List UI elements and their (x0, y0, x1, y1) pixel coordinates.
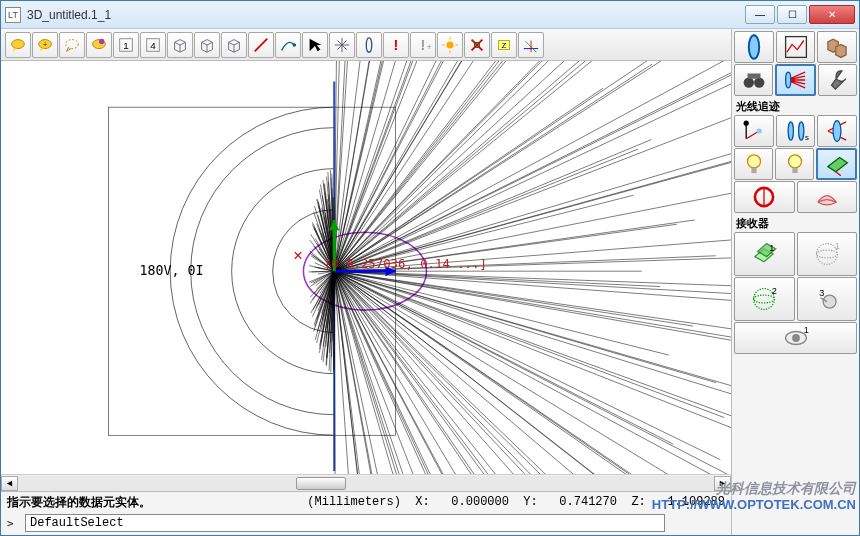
svg-point-269 (833, 121, 841, 142)
status-bar: 指示要选择的数据元实体。 (Millimeters) X: 0.000000 Y… (1, 491, 731, 535)
command-prompt-icon: > (7, 517, 19, 530)
maximize-button[interactable]: ☐ (777, 5, 807, 24)
scroll-right-arrow[interactable]: ► (714, 476, 731, 491)
svg-rect-258 (785, 37, 806, 58)
titlebar[interactable]: LT 3D_untitled.1_1 — ☐ ✕ (1, 1, 859, 29)
svg-text:1: 1 (123, 39, 129, 50)
svg-line-59 (334, 271, 613, 474)
lens-button[interactable] (356, 32, 382, 58)
app-window: LT 3D_untitled.1_1 — ☐ ✕ +14!!+Z ×180V, … (0, 0, 860, 536)
svg-text:×: × (293, 246, 303, 264)
svg-rect-271 (751, 168, 756, 173)
svg-line-55 (334, 271, 613, 474)
boxes-button[interactable] (817, 31, 857, 63)
sys2-button[interactable]: seq (776, 115, 816, 147)
svg-point-260 (754, 77, 764, 87)
speech1-button[interactable] (5, 32, 31, 58)
speech2-button[interactable]: + (32, 32, 58, 58)
sys1-button[interactable] (734, 115, 774, 147)
grid-button[interactable] (329, 32, 355, 58)
cross-button[interactable] (464, 32, 490, 58)
sys3-button[interactable] (817, 115, 857, 147)
fan-button[interactable] (775, 64, 816, 96)
globe-green-button[interactable]: 2 (734, 277, 795, 321)
viewport-3d[interactable]: ×180V, 0I[0 0.257036, 0.14 ...] (1, 61, 731, 474)
svg-line-245 (334, 128, 731, 271)
svg-line-240 (334, 149, 638, 271)
svg-line-236 (334, 143, 731, 272)
line-button[interactable] (248, 32, 274, 58)
svg-text:2: 2 (772, 286, 777, 296)
cube1-button[interactable] (167, 32, 193, 58)
arrow-button[interactable] (302, 32, 328, 58)
axis-button[interactable] (518, 32, 544, 58)
ray-plot: ×180V, 0I[0 0.257036, 0.14 ...] (1, 61, 731, 474)
binoc-button[interactable] (734, 64, 773, 96)
svg-point-12 (366, 37, 371, 51)
svg-line-60 (334, 271, 613, 474)
svg-line-247 (334, 271, 731, 287)
svg-point-272 (788, 155, 801, 168)
scroll-thumb[interactable] (296, 477, 346, 490)
svg-rect-273 (792, 168, 797, 173)
eye-button[interactable]: 1 (734, 322, 857, 354)
globe-gray-button[interactable]: 1 (797, 232, 858, 276)
surf-button[interactable] (797, 181, 858, 213)
window-title: 3D_untitled.1_1 (27, 8, 745, 22)
svg-point-284 (823, 295, 836, 308)
horizontal-scrollbar[interactable]: ◄ ► (1, 474, 731, 491)
svg-text:+: + (427, 42, 432, 52)
svg-line-38 (334, 271, 731, 411)
z-button[interactable]: Z (491, 32, 517, 58)
scroll-track[interactable] (18, 476, 714, 491)
svg-text:[0 0.257036, 0.14 ...]: [0 0.257036, 0.14 ...] (324, 257, 487, 271)
svg-line-238 (334, 98, 731, 272)
speech4-button[interactable] (86, 32, 112, 58)
excl-button[interactable]: ! (383, 32, 409, 58)
graph-button[interactable] (776, 31, 816, 63)
green-plane-button[interactable] (816, 148, 857, 180)
svg-text:3: 3 (819, 288, 824, 298)
curve-button[interactable] (275, 32, 301, 58)
svg-line-221 (334, 61, 628, 271)
sun-button[interactable] (437, 32, 463, 58)
svg-point-267 (798, 122, 803, 140)
svg-text:1: 1 (769, 243, 774, 253)
wrench-button[interactable] (818, 64, 857, 96)
num1-button[interactable]: 1 (113, 32, 139, 58)
bulb1-button[interactable] (734, 148, 773, 180)
section-label: 接收器 (734, 214, 857, 231)
excl2-button[interactable]: !+ (410, 32, 436, 58)
svg-text:180V, 0I: 180V, 0I (139, 263, 203, 278)
circle-red-button[interactable] (734, 181, 795, 213)
svg-point-279 (816, 250, 837, 258)
bulb2-button[interactable] (775, 148, 814, 180)
command-input[interactable] (25, 514, 665, 532)
svg-line-226 (334, 61, 731, 271)
minimize-button[interactable]: — (745, 5, 775, 24)
right-panel: 光线追迹seq接收器11231 (731, 29, 859, 535)
svg-point-3 (66, 39, 79, 48)
sph3-button[interactable]: 3 (797, 277, 858, 321)
svg-point-0 (12, 39, 25, 48)
num4-button[interactable]: 4 (140, 32, 166, 58)
cube3-button[interactable] (221, 32, 247, 58)
planes-button[interactable]: 1 (734, 232, 795, 276)
svg-text:1: 1 (835, 241, 840, 251)
svg-line-44 (334, 271, 731, 459)
svg-point-259 (743, 77, 753, 87)
svg-line-57 (334, 271, 695, 474)
close-button[interactable]: ✕ (809, 5, 855, 24)
svg-point-282 (754, 295, 775, 303)
lens-blue-button[interactable] (734, 31, 774, 63)
cube2-button[interactable] (194, 32, 220, 58)
svg-text:4: 4 (150, 39, 156, 50)
svg-point-11 (293, 43, 297, 47)
svg-point-264 (743, 121, 748, 126)
svg-line-235 (334, 62, 731, 271)
svg-text:!: ! (394, 37, 399, 53)
main-toolbar: +14!!+Z (1, 29, 731, 61)
speech3-button[interactable] (59, 32, 85, 58)
svg-point-270 (747, 155, 760, 168)
scroll-left-arrow[interactable]: ◄ (1, 476, 18, 491)
